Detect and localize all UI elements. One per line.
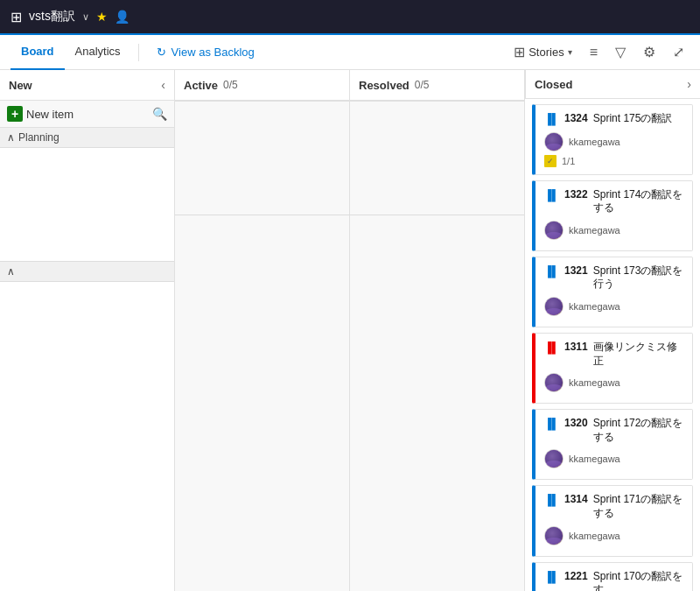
bug-icon: ▐▌: [544, 341, 559, 355]
tab-analytics[interactable]: Analytics: [65, 35, 131, 70]
avatar: [544, 373, 564, 392]
card-id: 1321: [564, 264, 588, 278]
card-title: ▐▌ 1221 Sprint 170の翻訳をす: [544, 570, 683, 591]
search-icon: 🔍: [152, 107, 167, 121]
collapse-closed-button[interactable]: ›: [687, 77, 691, 91]
board-middle: Active 0/5 Resolved 0/5: [175, 70, 525, 591]
story-icon: ▐▌: [544, 418, 559, 432]
story-icon: ▐▌: [544, 494, 559, 508]
nav-bar: Board Analytics ↻ View as Backlog ⊞ Stor…: [0, 35, 700, 70]
swim-lane-collapse-icon: ∧: [7, 131, 15, 144]
swim-lane-2-new-content: [0, 282, 174, 591]
swim-lane-2-new[interactable]: ∧: [0, 262, 174, 282]
card-meta: ✓ 1/1: [544, 155, 683, 167]
story-icon: ▐▌: [544, 113, 559, 127]
view-options-button[interactable]: ≡: [584, 41, 603, 64]
project-title[interactable]: vsts翻訳: [29, 9, 75, 25]
top-bar: ⊞ vsts翻訳 ∨ ★ 👤: [0, 0, 700, 35]
card-id: 1320: [564, 417, 588, 431]
active-planning-content: [175, 102, 350, 215]
closed-item-card[interactable]: ▐▌ 1221 Sprint 170の翻訳をす kkamegawa: [532, 562, 693, 591]
avatar-image: [545, 133, 563, 151]
column-closed-label: Closed: [535, 78, 572, 91]
column-resolved-label: Resolved: [359, 79, 410, 92]
avatar: [544, 449, 564, 468]
swim-lane-planning-middle: [175, 102, 524, 215]
closed-item-card[interactable]: ▐▌ 1311 画像リンクミス修正 kkamegawa: [532, 333, 693, 404]
card-title: ▐▌ 1324 Sprint 175の翻訳: [544, 112, 683, 127]
settings-button[interactable]: ⚙: [638, 40, 661, 64]
card-title: ▐▌ 1322 Sprint 174の翻訳をする: [544, 188, 683, 215]
card-title-text: 画像リンクミス修正: [593, 341, 683, 368]
card-id: 1322: [564, 188, 588, 202]
card-title-text: Sprint 174の翻訳をする: [593, 188, 683, 215]
sliders-icon: ≡: [590, 45, 598, 60]
card-title-text: Sprint 171の翻訳をする: [593, 493, 683, 520]
column-new: New ‹ + New item 🔍 ∧ Planning ∧: [0, 70, 175, 591]
card-id: 1221: [564, 570, 588, 584]
gear-icon: ⚙: [643, 44, 655, 60]
closed-item-card[interactable]: ▐▌ 1314 Sprint 171の翻訳をする kkamegawa: [532, 485, 693, 556]
board-container: New ‹ + New item 🔍 ∧ Planning ∧: [0, 70, 700, 591]
avatar: [544, 221, 564, 240]
card-user: kkamegawa: [544, 449, 683, 468]
favorite-star-icon[interactable]: ★: [96, 10, 108, 24]
stories-dropdown[interactable]: ⊞ Stories ▾: [508, 40, 577, 64]
resolved-planning-content: [350, 102, 524, 215]
stories-grid-icon: ⊞: [514, 44, 525, 60]
avatar: [544, 132, 564, 151]
avatar-image: [545, 298, 563, 315]
card-id: 1314: [564, 493, 588, 507]
new-item-toolbar: + New item 🔍: [0, 101, 174, 128]
column-new-label: New: [9, 79, 32, 92]
column-active-count: 0/5: [223, 79, 238, 91]
new-item-plus-icon: +: [7, 106, 23, 122]
card-username: kkamegawa: [569, 454, 620, 464]
swim-lane-planning-new[interactable]: ∧ Planning: [0, 128, 174, 148]
swim-lane-planning-new-content: [0, 148, 174, 262]
column-new-header: New ‹: [0, 70, 174, 101]
closed-items-list: ▐▌ 1324 Sprint 175の翻訳 kkamegawa ✓ 1/1 ▐▌…: [525, 99, 700, 591]
card-user: kkamegawa: [544, 221, 683, 240]
filter-button[interactable]: ▽: [610, 40, 631, 64]
avatar-image: [545, 374, 563, 391]
search-button[interactable]: 🔍: [152, 107, 167, 121]
new-item-button[interactable]: + New item: [7, 106, 147, 122]
avatar: [544, 297, 564, 316]
tab-board[interactable]: Board: [10, 35, 65, 70]
active-2-content: [175, 215, 350, 591]
closed-item-card[interactable]: ▐▌ 1324 Sprint 175の翻訳 kkamegawa ✓ 1/1: [532, 104, 693, 175]
task-icon: ✓: [544, 155, 556, 167]
story-icon: ▐▌: [544, 571, 559, 585]
collapse-new-button[interactable]: ‹: [161, 78, 165, 92]
avatar-image: [545, 527, 563, 545]
person-icon[interactable]: 👤: [115, 10, 130, 24]
filter-icon: ▽: [615, 44, 626, 60]
story-icon: ▐▌: [544, 265, 559, 279]
logo-icon: ⊞: [10, 9, 22, 25]
card-title-text: Sprint 172の翻訳をする: [593, 417, 683, 444]
project-chevron-icon[interactable]: ∨: [82, 11, 89, 23]
card-username: kkamegawa: [569, 225, 620, 236]
view-as-icon: ↻: [157, 46, 166, 59]
avatar: [544, 526, 564, 545]
card-title-text: Sprint 170の翻訳をす: [593, 570, 683, 591]
card-username: kkamegawa: [569, 531, 620, 541]
card-id: 1311: [564, 341, 588, 355]
column-resolved-header: Resolved 0/5: [350, 70, 524, 101]
middle-headers: Active 0/5 Resolved 0/5: [175, 70, 524, 102]
card-id: 1324: [564, 112, 588, 126]
swim-lane-2-middle: [175, 215, 524, 591]
closed-item-card[interactable]: ▐▌ 1320 Sprint 172の翻訳をする kkamegawa: [532, 409, 693, 480]
closed-item-card[interactable]: ▐▌ 1321 Sprint 173の翻訳を行う kkamegawa: [532, 257, 693, 327]
card-title: ▐▌ 1314 Sprint 171の翻訳をする: [544, 493, 683, 520]
card-username: kkamegawa: [569, 301, 620, 312]
view-as-backlog-link[interactable]: ↻ View as Backlog: [146, 46, 265, 59]
card-title: ▐▌ 1321 Sprint 173の翻訳を行う: [544, 264, 683, 292]
card-title-text: Sprint 173の翻訳を行う: [593, 264, 683, 292]
fullscreen-icon: ⤢: [673, 44, 684, 60]
card-title-text: Sprint 175の翻訳: [593, 112, 673, 126]
card-username: kkamegawa: [569, 137, 620, 147]
fullscreen-button[interactable]: ⤢: [668, 40, 690, 64]
closed-item-card[interactable]: ▐▌ 1322 Sprint 174の翻訳をする kkamegawa: [532, 180, 693, 251]
